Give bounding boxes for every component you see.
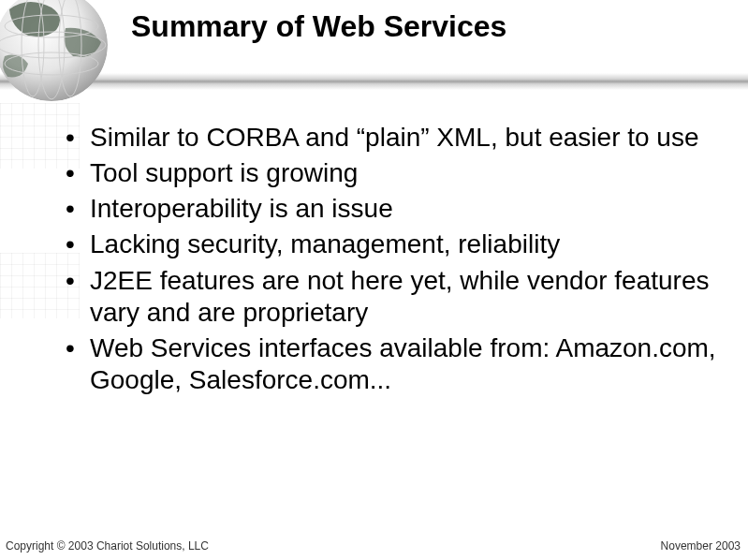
list-item: Lacking security, management, reliabilit…: [66, 228, 721, 260]
footer-date: November 2003: [661, 539, 741, 553]
list-item: J2EE features are not here yet, while ve…: [66, 265, 721, 329]
list-item: Web Services interfaces available from: …: [66, 332, 721, 396]
list-item: Tool support is growing: [66, 157, 721, 189]
globe-icon: [0, 0, 110, 103]
list-item: Similar to CORBA and “plain” XML, but ea…: [66, 122, 721, 154]
title-divider: [0, 73, 748, 90]
slide-title: Summary of Web Services: [131, 9, 730, 44]
footer-copyright: Copyright © 2003 Chariot Solutions, LLC: [6, 539, 209, 553]
bullet-list: Similar to CORBA and “plain” XML, but ea…: [66, 122, 721, 400]
list-item: Interoperability is an issue: [66, 193, 721, 225]
